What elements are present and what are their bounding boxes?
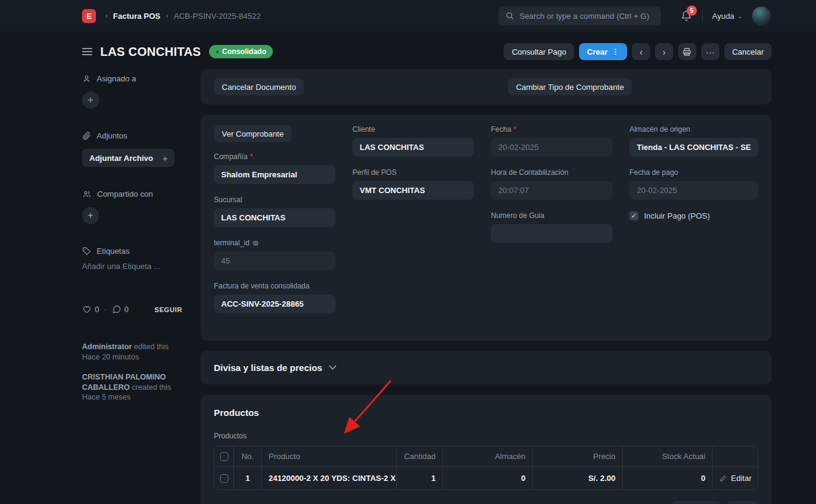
almacen-origen-input[interactable]: Tienda - LAS CONCHITAS - SE <box>629 138 758 157</box>
table-footer: Descargar Subir <box>214 501 758 504</box>
sucursal-label: Sucursal <box>214 196 242 204</box>
add-share-button[interactable]: + <box>82 207 99 224</box>
hora-contabilizacion-label: Hora de Contabilización <box>491 168 568 177</box>
paperclip-icon <box>82 131 91 140</box>
cliente-label: Cliente <box>352 125 375 134</box>
cancelar-documento-button[interactable]: Cancelar Documento <box>214 78 304 95</box>
subir-button[interactable]: Subir <box>727 501 758 504</box>
cell-no: 1 <box>234 466 262 489</box>
fecha-pago-label: Fecha de pago <box>629 168 678 177</box>
terminal-id-label: terminal_id <box>214 239 250 247</box>
incluir-pago-checkbox[interactable]: ✓ <box>629 211 639 220</box>
select-all-checkbox[interactable] <box>220 452 228 461</box>
follow-button[interactable]: SEGUIR <box>154 306 182 313</box>
divisa-section-toggle[interactable]: Divisa y listas de precios <box>201 351 772 384</box>
required-asterisk: * <box>513 125 516 134</box>
breadcrumb: › Factura POS › ACB-PSINV-2025-84522 <box>100 12 261 21</box>
factura-consolidada-input[interactable]: ACC-SINV-2025-28865 <box>214 295 335 313</box>
sucursal-input[interactable]: LAS CONCHITAS <box>214 208 335 227</box>
cliente-field: Cliente LAS CONCHITAS <box>352 125 474 157</box>
cell-cantidad[interactable]: 1 <box>397 466 443 489</box>
add-assignment-button[interactable]: + <box>82 92 99 109</box>
cell-precio[interactable]: S/. 2.00 <box>533 466 623 489</box>
fecha-field: Fecha* 20-02-2025 <box>491 125 612 157</box>
column-header-producto: Producto <box>262 446 397 466</box>
status-dot-icon <box>216 50 219 53</box>
cambiar-tipo-comprobante-button[interactable]: Cambiar Tipo de Comprobante <box>508 78 632 95</box>
comment-icon[interactable] <box>112 305 122 314</box>
row-checkbox[interactable] <box>220 474 228 483</box>
previous-document-button[interactable]: ‹ <box>632 43 650 60</box>
cell-almacen[interactable]: 0 <box>443 466 533 489</box>
form-main: Cancelar Documento Cambiar Tipo de Compr… <box>201 69 772 504</box>
incluir-pago-label: Incluir Pago (POS) <box>644 211 710 220</box>
chevron-down-icon <box>329 365 337 370</box>
crear-button[interactable]: Crear ⋮ <box>579 43 627 60</box>
document-sidebar: Asignado a + Adjuntos Adjuntar Archivo +… <box>82 69 182 504</box>
tags-label: Etiquetas <box>97 247 129 256</box>
consultar-pago-button[interactable]: Consultar Pago <box>504 43 574 60</box>
document-actions-card: Cancelar Documento Cambiar Tipo de Compr… <box>201 69 772 104</box>
attach-file-button[interactable]: Adjuntar Archivo + <box>82 149 174 167</box>
heart-icon[interactable] <box>82 305 92 314</box>
table-header-row: No. Producto Cantidad Almacén Precio Sto… <box>214 446 758 466</box>
cliente-input[interactable]: LAS CONCHITAS <box>352 138 474 157</box>
terminal-id-field: terminal_id 45 <box>214 239 335 270</box>
dropdown-caret-icon: ⋮ <box>612 47 619 56</box>
assigned-to-section: Asignado a <box>82 74 182 83</box>
cell-producto[interactable]: 24120000-2 X 20 YDS: CINTAS-2 X 2... <box>262 466 397 489</box>
like-count: 0 <box>95 305 99 314</box>
breadcrumb-section[interactable]: Factura POS <box>113 12 160 21</box>
fecha-pago-input: 20-02-2025 <box>629 181 758 200</box>
help-label: Ayuda <box>712 12 735 21</box>
print-button[interactable] <box>678 43 696 60</box>
hora-contabilizacion-field: Hora de Contabilización 20:07:07 <box>491 168 612 200</box>
navbar-right: 5 Ayuda ⌄ <box>680 6 771 26</box>
terminal-id-input: 45 <box>214 251 335 270</box>
chevron-right-icon: › <box>105 12 108 20</box>
activity-entry[interactable]: CRISTHIAN PALOMINO CABALLERO created thi… <box>82 372 182 403</box>
people-icon <box>82 189 92 199</box>
ellipsis-icon: ··· <box>705 47 715 57</box>
perfil-pos-input[interactable]: VMT CONCHITAS <box>352 181 474 200</box>
search-icon <box>506 12 514 20</box>
cancelar-button[interactable]: Cancelar <box>724 43 772 60</box>
numero-guia-input[interactable] <box>491 224 612 243</box>
activity-time: Hace 5 meses <box>82 392 182 403</box>
attachments-label: Adjuntos <box>97 131 128 140</box>
almacen-origen-label: Almacén de origen <box>629 125 690 134</box>
notifications-button[interactable]: 5 <box>680 9 693 22</box>
shared-with-section: Compartido con <box>82 189 182 199</box>
fecha-pago-field: Fecha de pago 20-02-2025 <box>629 168 758 200</box>
sidebar-toggle-icon[interactable] <box>82 48 92 55</box>
compania-input[interactable]: Shalom Empresarial <box>214 165 335 184</box>
numero-guia-field: Numero de Guia <box>491 211 612 243</box>
form-column-3: Fecha* 20-02-2025 Hora de Contabilizació… <box>491 125 612 325</box>
add-tag-input[interactable]: Añadir una Etiqueta ... <box>82 262 182 271</box>
edit-row-button[interactable]: Editar <box>719 474 752 483</box>
header-actions: Consultar Pago Crear ⋮ ‹ › ··· Cancelar <box>504 43 772 60</box>
table-row[interactable]: 1 24120000-2 X 20 YDS: CINTAS-2 X 2... 1… <box>214 466 758 489</box>
plus-icon: + <box>162 153 168 163</box>
ver-comprobante-button[interactable]: Ver Comprobante <box>214 125 292 142</box>
column-header-almacen: Almacén <box>443 446 533 466</box>
fecha-label: Fecha <box>491 125 511 134</box>
almacen-origen-field: Almacén de origen Tienda - LAS CONCHITAS… <box>629 125 758 157</box>
cell-stock[interactable]: 0 <box>623 466 713 489</box>
reactions-row: 0 · 0 SEGUIR <box>82 305 182 314</box>
activity-time: Hace 20 minutos <box>82 352 182 363</box>
assigned-to-label: Asignado a <box>97 74 136 83</box>
app-logo[interactable]: E <box>82 9 96 23</box>
form-column-2: Cliente LAS CONCHITAS Perfil de POS VMT … <box>352 125 474 325</box>
search-input[interactable]: Search or type a command (Ctrl + G) <box>498 7 661 26</box>
next-document-button[interactable]: › <box>655 43 673 60</box>
descargar-button[interactable]: Descargar <box>671 501 721 504</box>
productos-card: Productos Productos No. Producto Cantida… <box>201 395 772 504</box>
comment-count: 0 <box>125 305 129 314</box>
user-avatar[interactable] <box>752 6 771 26</box>
productos-field-label: Productos <box>214 432 758 440</box>
fecha-input: 20-02-2025 <box>491 138 612 157</box>
activity-entry[interactable]: Administrator edited this Hace 20 minuto… <box>82 342 182 362</box>
more-options-button[interactable]: ··· <box>701 43 719 60</box>
help-menu[interactable]: Ayuda ⌄ <box>712 12 742 21</box>
